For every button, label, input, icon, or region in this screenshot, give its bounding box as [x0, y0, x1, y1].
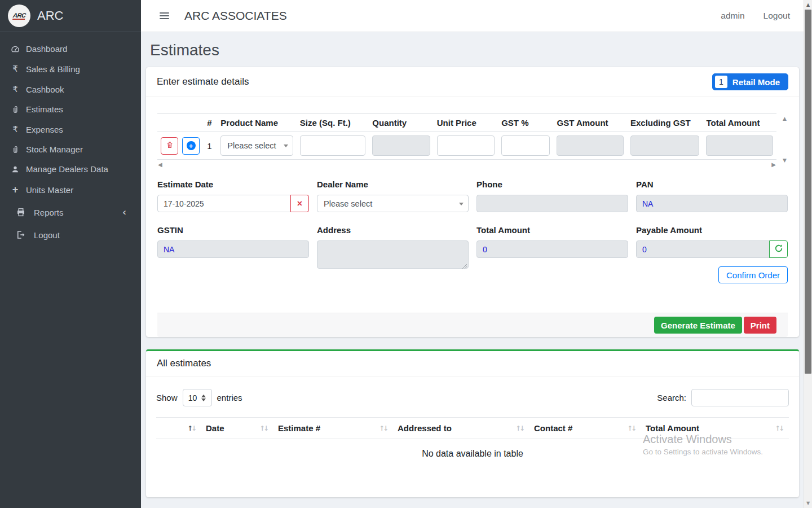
gst-percent-input[interactable]	[501, 135, 550, 156]
top-navbar: ARC ASSOCIATES admin Logout	[141, 0, 804, 32]
size-input[interactable]	[300, 135, 365, 156]
add-row-button[interactable]: +	[182, 137, 200, 155]
empty-table-row: No data available in table	[156, 439, 789, 474]
empty-message: No data available in table	[156, 439, 789, 474]
sidebar-item-estimates[interactable]: Estimates	[0, 99, 141, 119]
paperclip-icon	[9, 145, 21, 154]
payable-amount-field-group: Payable Amount	[636, 225, 788, 270]
column-header-date[interactable]: Date↑↓	[201, 418, 273, 439]
scroll-right-icon[interactable]: ▶	[771, 161, 776, 168]
sidebar-item-reports[interactable]: Reports ‹	[0, 201, 141, 224]
sort-icon: ↑↓	[259, 424, 269, 432]
app-title: ARC ASSOCIATES	[184, 9, 287, 23]
column-header-total-amount[interactable]: Total Amount↑↓	[641, 418, 789, 439]
confirm-order-button[interactable]: Confirm Order	[718, 266, 788, 283]
column-header-total-amount: Total Amount	[703, 114, 776, 132]
scroll-down-icon[interactable]: ▼	[783, 157, 787, 163]
estimate-date-input[interactable]	[157, 195, 291, 212]
excluding-gst-input	[630, 135, 699, 156]
chevron-left-icon: ‹	[122, 208, 126, 217]
entries-length-control: Show 10 entries	[156, 389, 242, 406]
estimate-items-table: # Product Name Size (Sq. Ft.) Quantity U…	[157, 113, 776, 160]
retail-mode-count: 1	[715, 76, 727, 88]
brand-logo-icon: ARC	[8, 5, 30, 27]
brand-text: ARC	[37, 8, 63, 23]
user-icon	[9, 165, 21, 174]
search-control: Search:	[657, 389, 789, 406]
all-estimates-table: ↑↓ Date↑↓ Estimate #↑↓ Addressed to↑↓	[156, 417, 789, 474]
pan-input	[636, 195, 788, 212]
entries-select-value: 10	[188, 393, 197, 402]
content-area: Estimates Enter estimate details 1 Retai…	[141, 32, 804, 508]
column-header-gst-percent: GST %	[498, 114, 553, 132]
row-index: 1	[204, 132, 217, 160]
sidebar-item-label: Dashboard	[26, 44, 67, 54]
phone-label: Phone	[476, 179, 628, 189]
refresh-amount-button[interactable]	[769, 240, 788, 258]
sidebar-item-label: Stock Manager	[26, 144, 83, 154]
clear-date-button[interactable]: ×	[290, 195, 309, 212]
scrollbar-thumb[interactable]	[805, 10, 811, 374]
sidebar-item-sales-billing[interactable]: ₹ Sales & Billing	[0, 59, 141, 79]
brand[interactable]: ARC ARC	[0, 0, 141, 32]
sort-icon: ↑↓	[775, 424, 784, 432]
sidebar-item-expenses[interactable]: ₹ Expenses	[0, 119, 141, 139]
sidebar-item-dashboard[interactable]: Dashboard	[0, 39, 141, 59]
search-input[interactable]	[691, 389, 789, 406]
gstin-input	[157, 240, 309, 258]
scrollbar-down-icon[interactable]: ▼	[804, 501, 812, 506]
generate-estimate-button[interactable]: Generate Estimate	[654, 317, 742, 334]
print-button[interactable]: Print	[744, 317, 776, 334]
pan-field-group: PAN	[636, 179, 788, 212]
column-header-gst-amount: GST Amount	[553, 114, 626, 132]
sidebar-item-cashbook[interactable]: ₹ Cashbook	[0, 79, 141, 99]
table-vertical-scrollbar[interactable]: ▲ ▼	[783, 116, 787, 163]
payable-amount-label: Payable Amount	[636, 225, 788, 235]
gst-amount-input	[557, 135, 623, 156]
column-header-contact-number[interactable]: Contact #↑↓	[529, 418, 641, 439]
scroll-left-icon[interactable]: ◀	[158, 161, 162, 168]
entries-label: entries	[217, 393, 242, 402]
total-amount-label: Total Amount	[476, 225, 628, 235]
estimate-date-label: Estimate Date	[157, 179, 309, 189]
page-scrollbar[interactable]: ▲ ▼	[804, 0, 812, 508]
address-label: Address	[317, 225, 469, 235]
sidebar-item-label: Reports	[34, 208, 64, 217]
gstin-field-group: GSTIN	[157, 225, 309, 270]
item-row: + 1 Please select	[157, 132, 776, 160]
address-textarea	[317, 240, 469, 269]
unit-price-input[interactable]	[437, 135, 495, 156]
delete-row-button[interactable]	[161, 137, 178, 155]
column-header-addressed-to[interactable]: Addressed to↑↓	[393, 418, 529, 439]
product-select-value: Please select	[227, 141, 276, 150]
column-header-sorted[interactable]: ↑↓	[156, 418, 201, 439]
page-title: Estimates	[150, 41, 795, 59]
scrollbar-up-icon[interactable]: ▲	[804, 2, 812, 7]
sidebar-item-stock-manager[interactable]: Stock Manager	[0, 139, 141, 159]
column-header-estimate-number[interactable]: Estimate #↑↓	[273, 418, 393, 439]
nav-user-link[interactable]: admin	[721, 11, 744, 21]
column-header-index: #	[204, 114, 217, 132]
sidebar-item-units-master[interactable]: + Units Master	[0, 179, 141, 201]
hamburger-menu-icon[interactable]	[158, 10, 170, 21]
scroll-up-icon[interactable]: ▲	[783, 116, 787, 121]
rupee-icon: ₹	[9, 124, 21, 134]
sidebar-item-logout[interactable]: Logout	[0, 224, 141, 246]
retail-mode-button[interactable]: 1 Retail Mode	[712, 73, 788, 90]
dealer-select[interactable]: Please select	[317, 195, 469, 212]
pan-label: PAN	[636, 179, 788, 189]
dealer-select-value: Please select	[324, 199, 372, 208]
estimate-details-card: Enter estimate details 1 Retail Mode	[146, 67, 799, 337]
nav-logout-link[interactable]: Logout	[764, 11, 790, 21]
logout-icon	[15, 230, 27, 240]
product-select[interactable]: Please select	[220, 135, 293, 156]
sidebar-item-manage-dealers[interactable]: Manage Dealers Data	[0, 159, 141, 179]
sort-icon: ↑↓	[627, 424, 637, 432]
all-estimates-card: All estimates Show 10 entries Search	[146, 349, 799, 497]
column-header-quantity: Quantity	[369, 114, 433, 132]
total-amount-input	[476, 240, 628, 258]
entries-select[interactable]: 10	[183, 389, 212, 406]
resize-handle-icon[interactable]	[462, 264, 467, 269]
table-horizontal-scrollbar[interactable]: ◀ ▶	[157, 160, 776, 168]
column-header-excluding-gst: Excluding GST	[627, 114, 703, 132]
